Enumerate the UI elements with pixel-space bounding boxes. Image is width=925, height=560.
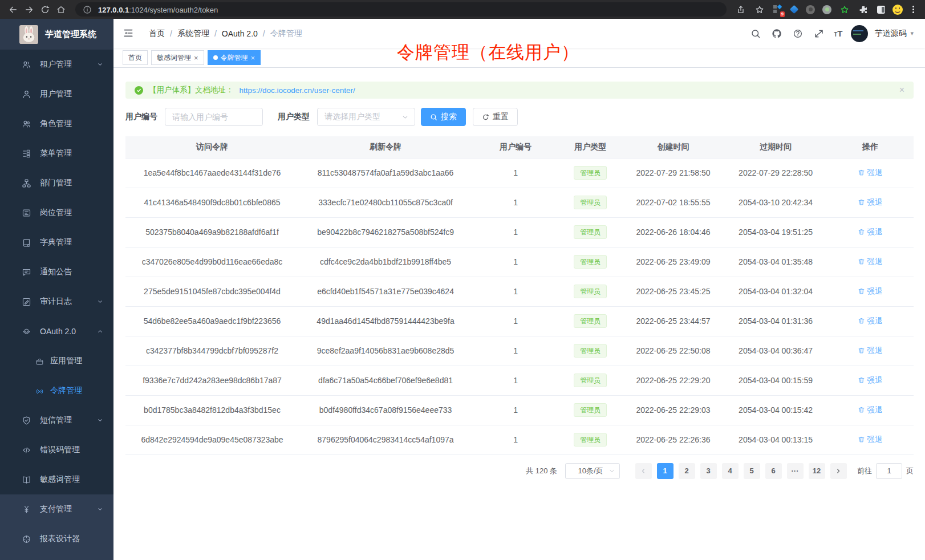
sidebar-item-menu[interactable]: 菜单管理 — [0, 139, 113, 168]
tab-首页[interactable]: 首页 — [123, 50, 148, 65]
help-icon[interactable] — [792, 27, 804, 40]
user-id-cell: 1 — [472, 247, 559, 277]
profile-avatar-icon[interactable] — [892, 5, 903, 15]
search-icon[interactable] — [749, 27, 762, 40]
sidebar-item-label: 敏感词管理 — [40, 474, 80, 485]
sidebar-item-label: 部门管理 — [40, 178, 72, 188]
reload-icon[interactable] — [39, 3, 51, 16]
user-type-cell: 管理员 — [559, 366, 622, 395]
breadcrumb-item[interactable]: 首页 — [149, 29, 165, 39]
sidebar-item-notice[interactable]: 通知公告 — [0, 257, 113, 287]
sidebar-item-sms[interactable]: 短信管理 — [0, 405, 113, 435]
address-bar[interactable]: 127.0.0.1:1024/system/oauth2/token — [75, 2, 727, 17]
tab-令牌管理[interactable]: 令牌管理× — [208, 50, 261, 65]
sidebar-item-dept[interactable]: 部门管理 — [0, 168, 113, 198]
user-id-cell: 1 — [472, 395, 559, 425]
more-pages-button[interactable]: ··· — [787, 463, 804, 479]
next-page-button[interactable] — [830, 463, 847, 479]
force-logout-button[interactable]: 强退 — [858, 286, 882, 297]
breadcrumb-item[interactable]: 系统管理 — [177, 29, 209, 39]
reset-button[interactable]: 重置 — [473, 108, 518, 126]
user-type-label: 用户类型 — [278, 112, 310, 122]
user-type-badge: 管理员 — [574, 344, 607, 358]
breadcrumb-item[interactable]: OAuth 2.0 — [222, 29, 258, 38]
kite-extension-icon[interactable] — [789, 5, 799, 15]
access-token-cell: 1ea5e44f8bc1467aaede43144f31de76 — [125, 158, 299, 188]
token-icon — [35, 387, 44, 395]
sidebar-item-app[interactable]: 应用管理 — [0, 346, 113, 376]
action-cell: 强退 — [827, 277, 914, 306]
user-dropdown-caret-icon[interactable]: ▾ — [910, 30, 914, 37]
extensions-puzzle-icon[interactable] — [857, 3, 870, 16]
dark-mode-extension-icon[interactable] — [805, 5, 816, 15]
chevron-down-icon — [608, 468, 615, 474]
user-avatar[interactable] — [851, 25, 868, 42]
sidebar-item-audit[interactable]: 审计日志 — [0, 287, 113, 316]
info-icon[interactable] — [81, 3, 94, 16]
close-icon[interactable]: × — [251, 54, 255, 62]
sidebar-item-post[interactable]: 岗位管理 — [0, 198, 113, 228]
sidebar-item-sensitive[interactable]: 敏感词管理 — [0, 465, 113, 494]
force-logout-button[interactable]: 强退 — [858, 375, 882, 385]
github-icon[interactable] — [770, 27, 783, 40]
username[interactable]: 芋道源码 — [874, 29, 906, 39]
sidebar-item-pay[interactable]: 支付管理 — [0, 494, 113, 524]
tab-groups-icon[interactable] — [876, 5, 886, 15]
force-logout-button[interactable]: 强退 — [858, 257, 882, 267]
extension-grid-icon[interactable]: 9 — [772, 5, 782, 15]
sidebar-item-dict[interactable]: 字典管理 — [0, 228, 113, 257]
prev-page-button[interactable] — [635, 463, 652, 479]
page-size-select[interactable]: 10条/页 — [565, 463, 620, 479]
share-icon[interactable] — [735, 3, 747, 16]
close-icon[interactable]: × — [194, 54, 198, 62]
user-id-input[interactable] — [165, 108, 263, 126]
action-cell: 强退 — [827, 395, 914, 425]
force-logout-button[interactable]: 强退 — [858, 346, 882, 356]
user-type-cell: 管理员 — [559, 306, 622, 336]
jump-page-input[interactable] — [876, 463, 902, 479]
sidebar-item-errcode[interactable]: 错误码管理 — [0, 435, 113, 465]
page-button-3[interactable]: 3 — [700, 463, 717, 479]
tab-敏感词管理[interactable]: 敏感词管理× — [151, 50, 204, 65]
page-button-1[interactable]: 1 — [657, 463, 674, 479]
force-logout-button[interactable]: 强退 — [858, 197, 882, 208]
sidebar-item-label: 用户管理 — [40, 89, 72, 99]
page-button-5[interactable]: 5 — [744, 463, 760, 479]
sidebar-item-token[interactable]: 令牌管理 — [0, 376, 113, 405]
user-id-cell: 1 — [472, 366, 559, 395]
page-button-6[interactable]: 6 — [765, 463, 782, 479]
sidebar-item-user[interactable]: 用户管理 — [0, 79, 113, 109]
table-row: 54d6be82ee5a460a9aedc1f9bf223656 49d1aa4… — [125, 306, 914, 336]
sidebar-item-report[interactable]: 报表设计器 — [0, 524, 113, 554]
app-logo[interactable]: 芋道管理系统 — [0, 19, 113, 50]
sidebar-item-tenant[interactable]: 租户管理 — [0, 50, 113, 79]
page-button-4[interactable]: 4 — [722, 463, 739, 479]
user-type-select[interactable]: 请选择用户类型 — [317, 108, 415, 126]
alert-close-icon[interactable]: × — [899, 86, 904, 95]
bookmark-star-icon[interactable] — [753, 3, 766, 16]
search-button[interactable]: 搜索 — [421, 108, 466, 126]
force-logout-button[interactable]: 强退 — [858, 435, 882, 445]
sidebar-item-role[interactable]: 角色管理 — [0, 109, 113, 139]
recorder-extension-icon[interactable] — [822, 5, 832, 15]
collapse-sidebar-icon[interactable] — [123, 27, 135, 40]
page-button-2[interactable]: 2 — [679, 463, 695, 479]
force-logout-button[interactable]: 强退 — [858, 405, 882, 415]
sidebar-item-oauth[interactable]: OAuth 2.0 — [0, 316, 113, 346]
force-logout-button[interactable]: 强退 — [858, 227, 882, 237]
user-type-badge: 管理员 — [574, 403, 607, 417]
notice-icon — [22, 267, 31, 277]
evernote-star-icon[interactable] — [838, 3, 851, 16]
created-cell: 2022-07-02 18:55:55 — [622, 188, 725, 217]
force-logout-button[interactable]: 强退 — [858, 168, 882, 178]
font-size-icon[interactable]: TT — [834, 29, 842, 38]
page-button-12[interactable]: 12 — [809, 463, 825, 479]
alert-doc-link[interactable]: https://doc.iocoder.cn/user-center/ — [240, 86, 355, 95]
force-logout-button[interactable]: 强退 — [858, 316, 882, 326]
home-icon[interactable] — [55, 3, 67, 16]
forward-icon[interactable] — [23, 3, 35, 16]
pagination: 共 120 条 10条/页 123456···12 前往 页 — [125, 463, 914, 479]
browser-menu-icon[interactable] — [909, 6, 917, 13]
back-icon[interactable] — [7, 3, 19, 16]
fullscreen-icon[interactable] — [813, 27, 825, 40]
